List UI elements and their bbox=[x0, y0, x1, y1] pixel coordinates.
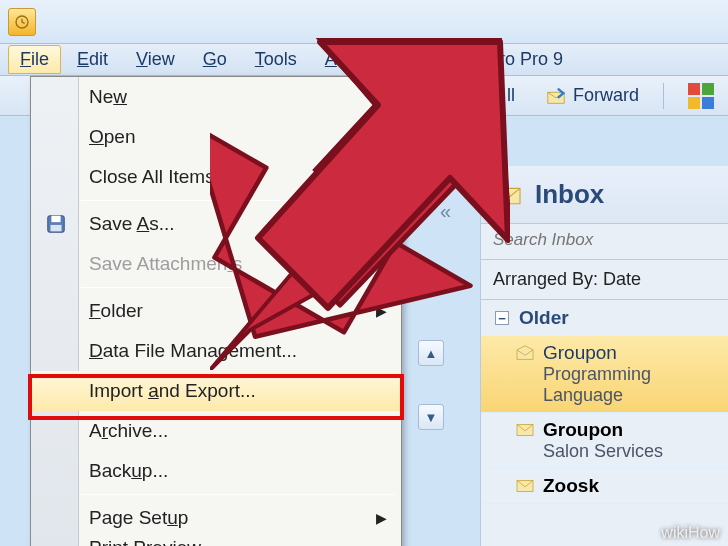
menu-save-attachments: Save Attachments bbox=[31, 244, 401, 284]
reply-all-icon bbox=[479, 85, 501, 107]
menu-import-export[interactable]: Import and Export... bbox=[31, 371, 401, 411]
title-bar bbox=[0, 0, 728, 44]
forward-icon bbox=[545, 85, 567, 107]
categories-button[interactable] bbox=[682, 79, 720, 113]
menu-print-preview[interactable]: Print Preview bbox=[31, 538, 401, 546]
message-row[interactable]: Zoosk bbox=[481, 469, 728, 504]
submenu-arrow-icon: ▶ bbox=[376, 510, 387, 526]
menu-file[interactable]: File bbox=[8, 45, 61, 74]
scroll-up-button[interactable]: ▲ bbox=[418, 340, 444, 366]
menu-help[interactable]: Help bbox=[400, 45, 461, 74]
submenu-arrow-icon: ▶ bbox=[376, 303, 387, 319]
app-icon bbox=[8, 8, 36, 36]
reply-all-label: ll bbox=[507, 85, 515, 106]
inbox-header: Inbox bbox=[481, 166, 728, 224]
reply-label: R bbox=[436, 85, 449, 106]
menu-backup[interactable]: Backup... bbox=[31, 451, 401, 491]
svg-rect-3 bbox=[51, 225, 62, 231]
group-label: Older bbox=[519, 307, 569, 329]
menu-folder[interactable]: Folder▶ bbox=[31, 291, 401, 331]
menu-tools[interactable]: Tools bbox=[243, 45, 309, 74]
menu-nitro[interactable]: Nitro Pro 9 bbox=[465, 45, 575, 74]
message-row[interactable]: Groupon Salon Services bbox=[481, 413, 728, 469]
watermark: wikiHow bbox=[661, 524, 720, 542]
reply-icon bbox=[408, 85, 430, 107]
menu-bar: File Edit View Go Tools Actions Help Nit… bbox=[0, 44, 728, 76]
mail-open-icon bbox=[515, 345, 535, 361]
menu-separator bbox=[81, 494, 395, 495]
message-from: Groupon bbox=[543, 342, 617, 364]
forward-button[interactable]: Forward bbox=[539, 81, 645, 111]
inbox-title: Inbox bbox=[535, 179, 604, 210]
scroll-down-button[interactable]: ▼ bbox=[418, 404, 444, 430]
collapse-pane-icon[interactable]: « bbox=[440, 200, 451, 223]
toolbar-separator bbox=[663, 83, 664, 109]
categories-icon bbox=[688, 83, 714, 109]
forward-label: Forward bbox=[573, 85, 639, 106]
message-subject: Salon Services bbox=[515, 441, 728, 462]
mail-icon bbox=[515, 478, 535, 494]
submenu-arrow-icon: ▶ bbox=[376, 129, 387, 145]
message-from: Groupon bbox=[543, 419, 623, 441]
search-input[interactable] bbox=[493, 230, 716, 250]
menu-separator bbox=[81, 200, 395, 201]
menu-edit[interactable]: Edit bbox=[65, 45, 120, 74]
message-subject: Programming Language bbox=[515, 364, 728, 406]
menu-open[interactable]: Open▶ bbox=[31, 117, 401, 157]
svg-rect-2 bbox=[51, 216, 60, 222]
menu-separator bbox=[81, 287, 395, 288]
menu-page-setup[interactable]: Page Setup▶ bbox=[31, 498, 401, 538]
menu-go[interactable]: Go bbox=[191, 45, 239, 74]
menu-actions[interactable]: Actions bbox=[313, 45, 396, 74]
inbox-pane: Inbox Arranged By: Date − Older Groupon … bbox=[480, 166, 728, 546]
search-box bbox=[481, 224, 728, 260]
menu-archive[interactable]: Archive... bbox=[31, 411, 401, 451]
message-row[interactable]: Groupon Programming Language bbox=[481, 336, 728, 413]
arranged-by[interactable]: Arranged By: Date bbox=[481, 260, 728, 300]
save-icon bbox=[45, 213, 67, 235]
mail-icon bbox=[515, 422, 535, 438]
menu-new[interactable]: New▶ bbox=[31, 77, 401, 117]
menu-data-file-management[interactable]: Data File Management... bbox=[31, 331, 401, 371]
message-from: Zoosk bbox=[543, 475, 599, 497]
group-header-older[interactable]: − Older bbox=[481, 300, 728, 336]
reply-all-button[interactable]: ll bbox=[473, 81, 521, 111]
inbox-icon bbox=[495, 184, 523, 206]
collapse-icon[interactable]: − bbox=[495, 311, 509, 325]
submenu-arrow-icon: ▶ bbox=[376, 89, 387, 105]
menu-save-as[interactable]: Save As... bbox=[31, 204, 401, 244]
menu-close-all[interactable]: Close All Items bbox=[31, 157, 401, 197]
reply-button[interactable]: R bbox=[402, 81, 455, 111]
menu-view[interactable]: View bbox=[124, 45, 187, 74]
file-menu-dropdown: New▶ Open▶ Close All Items Save As... Sa… bbox=[30, 76, 402, 546]
